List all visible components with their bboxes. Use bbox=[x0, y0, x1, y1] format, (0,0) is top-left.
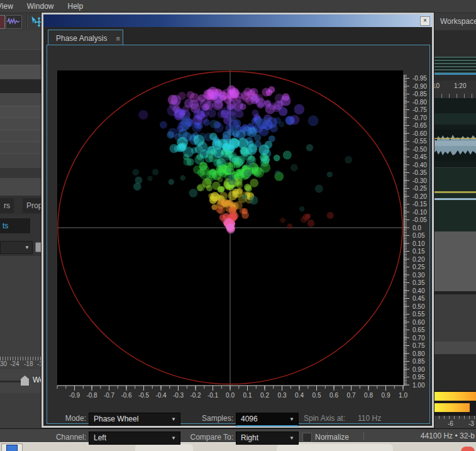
panel-tab-markers[interactable]: rs bbox=[0, 198, 14, 213]
time-label: 1:20 bbox=[454, 82, 466, 89]
svg-text:-0.95: -0.95 bbox=[412, 75, 427, 82]
phase-analysis-panel: -0.95-0.90-0.85-0.80-0.75-0.70-0.65-0.60… bbox=[47, 45, 430, 424]
svg-text:0.70: 0.70 bbox=[412, 335, 425, 342]
svg-text:-0.40: -0.40 bbox=[412, 162, 427, 169]
svg-text:-0.35: -0.35 bbox=[412, 169, 427, 176]
svg-text:0.3: 0.3 bbox=[278, 392, 287, 399]
panel-row bbox=[0, 168, 42, 178]
mode-dropdown[interactable]: Phase Wheel▼ bbox=[89, 413, 180, 426]
svg-text:0.0: 0.0 bbox=[412, 225, 421, 231]
spin-axis-label: Spin Axis at: bbox=[304, 413, 354, 425]
svg-text:-0.90: -0.90 bbox=[412, 83, 427, 90]
panel-row bbox=[0, 142, 42, 153]
svg-text:-0.8: -0.8 bbox=[86, 392, 97, 399]
taskbar-notification bbox=[461, 447, 475, 451]
svg-text:0.55: 0.55 bbox=[412, 311, 425, 318]
svg-text:0.6: 0.6 bbox=[329, 392, 338, 399]
panel-menu-icon[interactable]: ≡ bbox=[116, 35, 119, 42]
spin-axis-value: 110 Hz bbox=[358, 413, 396, 425]
effects-tab[interactable]: ts bbox=[0, 218, 30, 233]
svg-text:0.15: 0.15 bbox=[412, 248, 425, 255]
channel-value: Left bbox=[89, 433, 106, 442]
channel-dropdown[interactable]: Left▼ bbox=[89, 432, 180, 445]
compare-value: Right bbox=[236, 433, 258, 442]
level-meters bbox=[434, 391, 476, 416]
svg-text:-0.85: -0.85 bbox=[412, 91, 427, 97]
menu-view[interactable]: View bbox=[0, 2, 20, 11]
svg-text:-0.70: -0.70 bbox=[412, 114, 427, 121]
svg-text:-0.30: -0.30 bbox=[412, 177, 427, 184]
panel-row bbox=[0, 106, 42, 118]
left-sidebar: rs Prop ts ▼ 30 -24 -18 -1 We bbox=[0, 30, 42, 428]
taskbar-button[interactable] bbox=[277, 444, 393, 451]
svg-text:-0.9: -0.9 bbox=[69, 392, 80, 399]
samples-dropdown[interactable]: 4096▼ bbox=[236, 413, 299, 426]
svg-text:-0.5: -0.5 bbox=[138, 392, 150, 399]
preset-row: ▼ bbox=[0, 238, 42, 256]
svg-text:-0.25: -0.25 bbox=[412, 185, 427, 192]
svg-text:0.25: 0.25 bbox=[412, 264, 425, 270]
compare-to-label: Compare To: bbox=[183, 432, 233, 443]
chevron-down-icon: ▼ bbox=[289, 432, 294, 444]
svg-text:-0.05: -0.05 bbox=[412, 216, 427, 223]
tab-phase-analysis[interactable]: Phase Analysis ≡ bbox=[48, 30, 123, 46]
samples-value: 4096 bbox=[236, 415, 258, 423]
preset-dropdown[interactable]: ▼ bbox=[0, 241, 33, 254]
svg-text:0.45: 0.45 bbox=[412, 295, 425, 302]
svg-text:-0.1: -0.1 bbox=[208, 392, 219, 399]
svg-text:0.5: 0.5 bbox=[313, 392, 321, 399]
toolbar-separator bbox=[26, 14, 28, 28]
taskbar-button[interactable] bbox=[135, 444, 193, 451]
panel-row bbox=[0, 153, 42, 168]
toolbar-icon-fragment[interactable] bbox=[0, 15, 5, 29]
normalize-checkbox[interactable] bbox=[302, 433, 312, 442]
svg-text:-0.3: -0.3 bbox=[173, 392, 184, 399]
channel-label: Channel: bbox=[51, 432, 86, 443]
panel-row bbox=[0, 130, 42, 142]
waveform-view-icon[interactable] bbox=[6, 15, 22, 29]
svg-text:0.0: 0.0 bbox=[226, 392, 235, 399]
taskbar-app-button[interactable] bbox=[1, 443, 23, 451]
screen: View Window Help Workspace bbox=[0, 0, 476, 451]
svg-text:-0.50: -0.50 bbox=[412, 146, 427, 153]
meter-scale-label: -3 bbox=[468, 420, 474, 427]
menu-window[interactable]: Window bbox=[20, 2, 61, 11]
svg-text:-0.60: -0.60 bbox=[412, 130, 427, 137]
panel-row bbox=[0, 30, 42, 49]
svg-text:-0.7: -0.7 bbox=[104, 392, 115, 399]
db-label: -18 bbox=[24, 360, 33, 367]
level-meter-right bbox=[434, 403, 470, 412]
y-axis-ruler: -0.95-0.90-0.85-0.80-0.75-0.70-0.65-0.60… bbox=[403, 70, 434, 385]
compare-to-dropdown[interactable]: Right▼ bbox=[236, 432, 299, 445]
zoom-slider: We bbox=[0, 369, 42, 393]
svg-text:0.50: 0.50 bbox=[412, 303, 425, 310]
panel-row bbox=[0, 49, 42, 65]
svg-text:-0.15: -0.15 bbox=[412, 201, 427, 208]
svg-text:0.4: 0.4 bbox=[295, 392, 304, 399]
svg-text:-0.6: -0.6 bbox=[121, 392, 132, 399]
svg-text:0.8: 0.8 bbox=[364, 392, 373, 399]
svg-text:0.80: 0.80 bbox=[412, 350, 425, 357]
svg-text:0.85: 0.85 bbox=[412, 358, 425, 365]
chevron-down-icon: ▼ bbox=[171, 432, 176, 444]
svg-text:0.7: 0.7 bbox=[347, 392, 356, 399]
workspace-label[interactable]: Workspace bbox=[440, 17, 476, 26]
phase-wheel-plot bbox=[57, 70, 403, 385]
db-label: 30 bbox=[0, 360, 7, 367]
slider-handle[interactable] bbox=[21, 376, 29, 386]
svg-text:-0.4: -0.4 bbox=[155, 392, 167, 399]
svg-text:-0.10: -0.10 bbox=[412, 209, 427, 216]
tab-title: Phase Analysis bbox=[48, 34, 107, 43]
close-icon[interactable]: × bbox=[420, 16, 430, 26]
panel-tab-strip: rs Prop bbox=[0, 196, 42, 214]
panel-block bbox=[434, 231, 476, 291]
dialog-title-bar[interactable]: × bbox=[43, 14, 432, 28]
menu-help[interactable]: Help bbox=[60, 2, 90, 11]
svg-text:0.95: 0.95 bbox=[412, 374, 425, 381]
svg-text:-0.20: -0.20 bbox=[412, 193, 427, 200]
track-waveform[interactable] bbox=[434, 130, 476, 161]
svg-text:0.20: 0.20 bbox=[412, 256, 425, 263]
time-ruler[interactable]: 10 1:20 bbox=[434, 81, 476, 98]
svg-text:-0.2: -0.2 bbox=[190, 392, 201, 399]
svg-text:-0.75: -0.75 bbox=[412, 106, 427, 113]
